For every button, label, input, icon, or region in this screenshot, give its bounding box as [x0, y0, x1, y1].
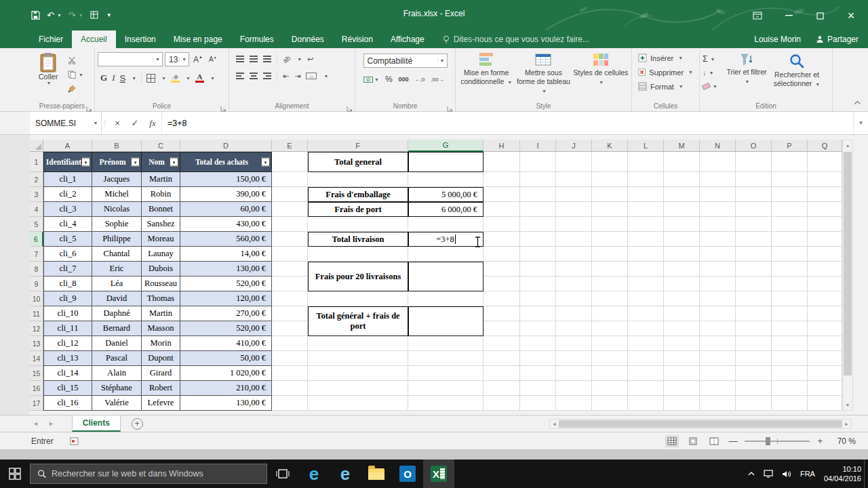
cell-D2[interactable]: 150,00 €	[180, 172, 272, 187]
cell-A7[interactable]: cli_6	[43, 247, 92, 262]
cell-Q12[interactable]	[808, 321, 842, 336]
cell-B5[interactable]: Sophie	[92, 217, 142, 232]
column-header-K[interactable]: K	[592, 140, 628, 152]
cell-J6[interactable]	[556, 232, 592, 247]
cell-D5[interactable]: 430,00 €	[180, 217, 272, 232]
cell-L8[interactable]	[628, 262, 664, 277]
macro-record-button[interactable]	[70, 437, 79, 445]
cell-P9[interactable]	[772, 277, 808, 291]
cell-Q8[interactable]	[808, 262, 842, 277]
formula-input[interactable]: =3+8	[161, 112, 853, 134]
taskbar-app-excel[interactable]: X	[423, 460, 454, 488]
language-indicator[interactable]: FRA	[800, 470, 815, 478]
cell-D10[interactable]: 120,00 €	[180, 291, 272, 306]
cell-C14[interactable]: Dupont	[142, 351, 180, 366]
cell-E5[interactable]	[272, 217, 308, 232]
cell-H3[interactable]	[484, 187, 520, 202]
undo-button[interactable]: ↶▼	[47, 10, 62, 20]
fill-color-button[interactable]	[171, 74, 180, 83]
column-header-D[interactable]: D	[180, 140, 272, 152]
cell-A2[interactable]: cli_1	[43, 172, 92, 187]
italic-button[interactable]: I	[112, 73, 115, 83]
hidden-icons-button[interactable]	[748, 472, 755, 476]
font-color-button[interactable]: A	[195, 74, 204, 83]
cell-C5[interactable]: Sanshez	[142, 217, 180, 232]
row-header-4[interactable]: 4	[30, 202, 43, 217]
cell-M13[interactable]	[664, 336, 700, 351]
clear-button[interactable]: ▼	[703, 81, 726, 92]
cell-I6[interactable]	[520, 232, 556, 247]
cell-L9[interactable]	[628, 277, 664, 291]
cell-E1[interactable]	[272, 152, 308, 172]
taskbar-search[interactable]	[30, 464, 267, 484]
cell-Q13[interactable]	[808, 336, 842, 351]
cell-P6[interactable]	[772, 232, 808, 247]
cell-E13[interactable]	[272, 336, 308, 351]
cell-F15[interactable]	[308, 366, 408, 381]
cell-J4[interactable]	[556, 202, 592, 217]
new-sheet-button[interactable]: +	[132, 418, 143, 430]
cell-L14[interactable]	[628, 351, 664, 366]
cell-B14[interactable]: Pascal	[92, 351, 142, 366]
cell-L13[interactable]	[628, 336, 664, 351]
cell-L16[interactable]	[628, 381, 664, 396]
row-header-1[interactable]: 1	[30, 152, 43, 172]
cell-M1[interactable]	[664, 152, 700, 172]
cell-Q14[interactable]	[808, 351, 842, 366]
horizontal-scrollbar[interactable]: ◄ ►	[549, 419, 852, 429]
cell-I11[interactable]	[520, 306, 556, 321]
cell-J15[interactable]	[556, 366, 592, 381]
scroll-left-arrow[interactable]: ◄	[550, 422, 559, 426]
clock[interactable]: 10:10 04/04/2016	[824, 464, 861, 484]
sheet-tab-clients[interactable]: Clients	[72, 415, 121, 432]
cell-C8[interactable]: Dubois	[142, 262, 180, 277]
cell-B12[interactable]: Bernard	[92, 321, 142, 336]
cell-O4[interactable]	[736, 202, 772, 217]
cell-H17[interactable]	[484, 396, 520, 411]
cell-Q10[interactable]	[808, 291, 842, 306]
cancel-entry-button[interactable]: ×	[108, 112, 126, 134]
font-dialog-launcher[interactable]	[220, 102, 227, 109]
increase-indent-button[interactable]: ⇥	[294, 72, 300, 81]
column-header-I[interactable]: I	[520, 140, 556, 152]
cell-O9[interactable]	[736, 277, 772, 291]
account-user-name[interactable]: Louise Morin	[754, 30, 801, 48]
cell-K11[interactable]	[592, 306, 628, 321]
cell-H11[interactable]	[484, 306, 520, 321]
ribbon-tab-donn-es[interactable]: Données	[283, 30, 333, 48]
cell-H12[interactable]	[484, 321, 520, 336]
cell-E7[interactable]	[272, 247, 308, 262]
column-header-F[interactable]: F	[308, 140, 408, 152]
cell-H15[interactable]	[484, 366, 520, 381]
cell-Q11[interactable]	[808, 306, 842, 321]
sort-filter-button[interactable]: Trier et filtrer ▼	[726, 50, 768, 92]
cell-F4[interactable]: Frais de port	[308, 202, 408, 217]
taskbar-app-edge[interactable]: e	[298, 460, 330, 488]
cell-G1[interactable]	[408, 152, 484, 172]
cell-I10[interactable]	[520, 291, 556, 306]
cell-A3[interactable]: cli_2	[43, 187, 92, 202]
cell-L12[interactable]	[628, 321, 664, 336]
cell-P16[interactable]	[772, 381, 808, 396]
cell-A4[interactable]: cli_3	[43, 202, 92, 217]
cell-G2[interactable]	[408, 172, 484, 187]
ribbon-tab-insertion[interactable]: Insertion	[116, 30, 165, 48]
network-icon[interactable]	[764, 470, 773, 478]
cell-O2[interactable]	[736, 172, 772, 187]
cell-A10[interactable]: cli_9	[43, 291, 92, 306]
underline-button[interactable]: S	[119, 73, 125, 83]
cell-C16[interactable]: Robert	[142, 381, 180, 396]
cell-L17[interactable]	[628, 396, 664, 411]
cell-F3[interactable]: Frais d'emballage	[308, 187, 408, 202]
cell-N3[interactable]	[700, 187, 736, 202]
cut-button[interactable]	[66, 55, 85, 66]
cell-N10[interactable]	[700, 291, 736, 306]
copy-button[interactable]: ▼	[66, 69, 85, 80]
cell-H6[interactable]	[484, 232, 520, 247]
cell-I17[interactable]	[520, 396, 556, 411]
cell-P2[interactable]	[772, 172, 808, 187]
cell-H1[interactable]	[484, 152, 520, 172]
cell-Q7[interactable]	[808, 247, 842, 262]
cell-D4[interactable]: 60,00 €	[180, 202, 272, 217]
scroll-down-arrow[interactable]: ▼	[843, 400, 852, 410]
